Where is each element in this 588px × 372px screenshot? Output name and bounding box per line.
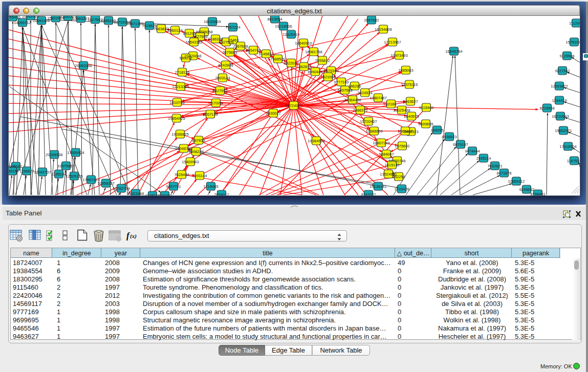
svg-text:19654925: 19654925: [168, 116, 185, 121]
svg-text:8741022: 8741022: [361, 192, 376, 196]
svg-text:2054012: 2054012: [214, 192, 229, 196]
svg-text:9245652: 9245652: [519, 187, 534, 192]
svg-text:3498222: 3498222: [188, 149, 203, 154]
svg-text:20206536: 20206536: [46, 152, 62, 157]
svg-text:12942737: 12942737: [34, 170, 51, 174]
svg-text:3675685: 3675685: [222, 50, 237, 55]
svg-text:12505135: 12505135: [66, 174, 82, 179]
svg-text:10025438: 10025438: [393, 108, 410, 113]
svg-text:18640910: 18640910: [295, 41, 312, 46]
svg-text:16782759: 16782759: [113, 186, 129, 191]
svg-text:9457791: 9457791: [166, 184, 181, 189]
svg-text:9827500: 9827500: [192, 34, 207, 39]
svg-text:1716485: 1716485: [203, 184, 218, 189]
svg-text:15463: 15463: [228, 38, 239, 42]
svg-text:16210643: 16210643: [552, 114, 569, 119]
svg-text:16154808: 16154808: [375, 27, 391, 32]
svg-text:9463627: 9463627: [403, 99, 418, 104]
svg-text:15409943: 15409943: [182, 160, 199, 164]
svg-text:1691144: 1691144: [192, 173, 207, 178]
svg-text:7588520: 7588520: [270, 57, 285, 61]
svg-text:18724007: 18724007: [285, 103, 302, 108]
svg-text:13226058: 13226058: [195, 30, 212, 34]
svg-text:2935114: 2935114: [476, 156, 491, 161]
svg-text:1879340: 1879340: [323, 69, 338, 73]
svg-text:19166825: 19166825: [171, 132, 188, 137]
svg-text:20053346: 20053346: [75, 63, 92, 68]
svg-text:835061: 835061: [9, 164, 22, 169]
svg-text:10975867: 10975867: [57, 164, 74, 168]
svg-text:1975692: 1975692: [395, 144, 409, 148]
svg-text:12213967: 12213967: [384, 40, 401, 45]
svg-text:17359924: 17359924: [67, 150, 84, 155]
svg-text:12375115: 12375115: [401, 82, 418, 87]
svg-text:7357224: 7357224: [225, 25, 240, 30]
svg-text:10671355: 10671355: [126, 21, 143, 26]
svg-text:1156829: 1156829: [19, 169, 34, 173]
svg-text:939154: 939154: [9, 169, 19, 173]
svg-text:252254: 252254: [392, 174, 405, 179]
svg-text:2649575: 2649575: [404, 114, 419, 119]
svg-text:14136141: 14136141: [369, 184, 386, 189]
svg-text:11325419: 11325419: [283, 32, 300, 37]
svg-text:12213369: 12213369: [172, 84, 189, 89]
svg-text:9084067: 9084067: [379, 152, 394, 157]
svg-text:19218506: 19218506: [275, 24, 292, 29]
svg-text:9755400: 9755400: [9, 16, 20, 19]
svg-text:8990448: 8990448: [308, 70, 322, 74]
svg-text:7485063: 7485063: [398, 68, 413, 73]
svg-text:1810755: 1810755: [169, 100, 184, 105]
svg-text:1112094: 1112094: [569, 21, 580, 26]
svg-text:17016504: 17016504: [559, 144, 576, 149]
svg-text:7632621: 7632621: [487, 164, 502, 168]
svg-text:15751074: 15751074: [565, 40, 580, 45]
svg-text:7955812: 7955812: [315, 58, 330, 63]
svg-text:10973493: 10973493: [390, 53, 407, 58]
svg-text:12093872: 12093872: [551, 84, 568, 89]
svg-text:9227342: 9227342: [555, 69, 570, 73]
svg-text:7625402: 7625402: [174, 172, 189, 177]
svg-text:9474444: 9474444: [465, 149, 480, 154]
svg-text:9777169: 9777169: [334, 80, 349, 84]
svg-text:8790452: 8790452: [157, 193, 172, 196]
svg-text:887833: 887833: [192, 138, 205, 143]
svg-text:14055712: 14055712: [14, 20, 31, 25]
svg-text:20364436: 20364436: [344, 98, 361, 102]
svg-text:989012: 989012: [179, 56, 192, 60]
svg-text:10807487: 10807487: [369, 96, 386, 100]
svg-text:2718126: 2718126: [175, 70, 189, 75]
svg-text:8267130: 8267130: [203, 112, 217, 117]
svg-text:2087682: 2087682: [364, 18, 379, 23]
svg-text:18807249: 18807249: [373, 141, 389, 145]
svg-text:1615132: 1615132: [384, 163, 399, 167]
svg-text:8215958: 8215958: [539, 106, 554, 111]
svg-text:8813054: 8813054: [267, 17, 282, 21]
svg-text:62160: 62160: [386, 102, 397, 106]
svg-text:2803144: 2803144: [215, 76, 230, 80]
svg-text:15692971: 15692971: [555, 128, 572, 133]
svg-text:10654112: 10654112: [508, 179, 525, 184]
svg-text:317006: 317006: [209, 101, 222, 105]
svg-text:1965447: 1965447: [398, 129, 412, 134]
svg-text:6879197: 6879197: [453, 142, 468, 147]
svg-text:11923448: 11923448: [127, 191, 144, 196]
svg-text:9146821: 9146821: [258, 52, 273, 56]
svg-text:7486372: 7486372: [353, 108, 367, 113]
svg-text:6497568: 6497568: [337, 88, 352, 93]
svg-text:7663822: 7663822: [154, 27, 168, 31]
svg-text:16033809: 16033809: [204, 19, 221, 24]
svg-text:1621066: 1621066: [320, 75, 335, 79]
svg-text:8796401: 8796401: [530, 192, 545, 196]
svg-text:1362615: 1362615: [296, 64, 311, 69]
svg-text:8938923: 8938923: [442, 135, 456, 139]
svg-text:1167531: 1167531: [567, 159, 580, 163]
svg-text:15720407: 15720407: [360, 119, 377, 124]
svg-text:8471876: 8471876: [496, 171, 511, 176]
svg-text:16648784: 16648784: [445, 49, 462, 54]
svg-text:(x): (x): [130, 233, 137, 239]
svg-text:9115460: 9115460: [419, 105, 434, 110]
svg-text:10653267: 10653267: [72, 16, 89, 21]
svg-text:16543382: 16543382: [185, 40, 202, 45]
svg-text:1527602: 1527602: [88, 17, 102, 22]
svg-text:10958107: 10958107: [97, 181, 114, 186]
